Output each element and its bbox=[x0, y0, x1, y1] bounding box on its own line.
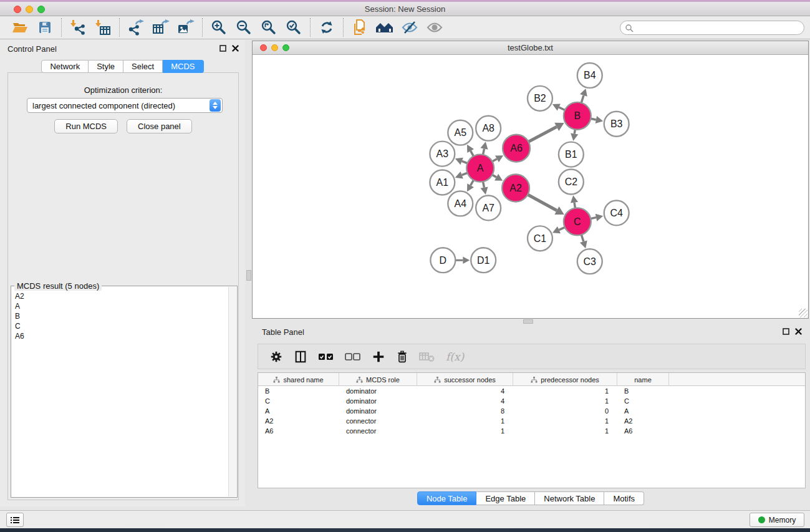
mcds-result-item[interactable]: A bbox=[12, 301, 228, 311]
table-header: shared nameMCDS rolesuccessor nodesprede… bbox=[258, 373, 805, 386]
edge-arrow-B-B1 bbox=[571, 133, 578, 141]
table-row[interactable]: A6connector11A6 bbox=[258, 426, 805, 436]
function-builder-icon[interactable]: f(x) bbox=[446, 351, 464, 363]
table-cell: A bbox=[617, 406, 669, 416]
node-label-D1: D1 bbox=[477, 255, 490, 266]
tab-mcds[interactable]: MCDS bbox=[163, 60, 203, 73]
tab-style[interactable]: Style bbox=[89, 60, 123, 73]
zoom-selected-icon[interactable] bbox=[281, 17, 306, 37]
tab-node-table[interactable]: Node Table bbox=[417, 491, 477, 505]
float-table-panel-icon[interactable] bbox=[783, 328, 789, 335]
control-panel: Control Panel NetworkStyleSelectMCDS Opt… bbox=[0, 40, 245, 506]
save-session-icon[interactable] bbox=[32, 17, 57, 37]
node-label-C3: C3 bbox=[584, 256, 597, 267]
table-cell: A6 bbox=[617, 426, 669, 436]
table-row[interactable]: A2connector11A2 bbox=[258, 416, 805, 426]
node-label-C2: C2 bbox=[565, 177, 578, 187]
search-input[interactable] bbox=[620, 21, 804, 35]
network-canvas[interactable]: B4B2BB3A8A5A6A3B1AA1C2A2A4A7C4CC1DD1C3 bbox=[253, 56, 808, 318]
mcds-result-item[interactable]: A2 bbox=[12, 291, 228, 301]
column-header-successor-nodes[interactable]: successor nodes bbox=[417, 373, 513, 386]
float-panel-icon[interactable] bbox=[219, 45, 226, 52]
export-table-icon[interactable] bbox=[148, 17, 173, 37]
close-panel-icon[interactable] bbox=[232, 45, 239, 52]
table-cell: 4 bbox=[417, 396, 513, 406]
tab-edge-table[interactable]: Edge Table bbox=[476, 491, 535, 505]
open-file-icon[interactable] bbox=[7, 17, 32, 37]
run-mcds-button[interactable]: Run MCDS bbox=[54, 119, 118, 133]
import-table-icon[interactable] bbox=[90, 17, 115, 37]
close-table-panel-icon[interactable] bbox=[795, 328, 802, 335]
edge-arrow-A-A8 bbox=[480, 142, 488, 150]
node-label-A6: A6 bbox=[510, 143, 523, 153]
table-row[interactable]: Bdominator41B bbox=[258, 386, 805, 396]
node-label-B1: B1 bbox=[565, 149, 577, 160]
column-header-shared-name[interactable]: shared name bbox=[258, 373, 339, 386]
control-panel-header: Control Panel bbox=[0, 40, 245, 57]
node-label-A: A bbox=[477, 163, 484, 173]
zoom-out-icon[interactable] bbox=[231, 17, 256, 37]
node-label-A3: A3 bbox=[436, 148, 449, 159]
table-cell: A6 bbox=[258, 426, 339, 436]
show-all-icon[interactable] bbox=[422, 17, 447, 37]
select-all-icon[interactable] bbox=[318, 352, 334, 362]
export-network-icon[interactable] bbox=[123, 17, 148, 37]
node-label-C1: C1 bbox=[534, 233, 547, 244]
table-panel-header: Table Panel bbox=[256, 323, 806, 341]
zoom-fit-icon[interactable] bbox=[256, 17, 281, 37]
column-header-predecessor-nodes[interactable]: predecessor nodes bbox=[513, 373, 617, 386]
import-network-icon[interactable] bbox=[65, 17, 90, 37]
close-panel-button[interactable]: Close panel bbox=[127, 119, 192, 133]
refresh-icon[interactable] bbox=[314, 17, 339, 37]
node-label-A2: A2 bbox=[509, 183, 522, 193]
first-neighbors-icon[interactable] bbox=[372, 17, 397, 37]
edge-arrow-C-C2 bbox=[571, 195, 578, 203]
search-field[interactable] bbox=[634, 22, 804, 34]
delete-table-icon[interactable] bbox=[419, 351, 435, 362]
export-image-icon[interactable] bbox=[173, 17, 198, 37]
window-resize-grip[interactable] bbox=[799, 309, 808, 317]
show-column-icon[interactable] bbox=[294, 350, 307, 364]
hide-selected-icon[interactable] bbox=[397, 17, 422, 37]
optimization-criterion-select[interactable]: largest connected component (directed) bbox=[27, 98, 223, 113]
column-header-name[interactable]: name bbox=[617, 373, 669, 386]
table-cell: dominator bbox=[339, 396, 417, 406]
memory-button[interactable]: Memory bbox=[750, 513, 804, 527]
toolbar-separator bbox=[202, 18, 203, 37]
add-column-icon[interactable] bbox=[372, 350, 385, 364]
network-graph: B4B2BB3A8A5A6A3B1AA1C2A2A4A7C4CC1DD1C3 bbox=[253, 56, 808, 318]
mcds-result-item[interactable]: C bbox=[12, 321, 228, 331]
table-options-icon[interactable] bbox=[269, 350, 283, 364]
node-label-A8: A8 bbox=[482, 123, 494, 133]
tab-network[interactable]: Network bbox=[41, 60, 89, 73]
unselect-all-icon[interactable] bbox=[345, 352, 361, 362]
mcds-result-list: A2ABCA6 bbox=[12, 291, 228, 496]
mcds-result-item[interactable]: A6 bbox=[12, 331, 228, 341]
node-label-B4: B4 bbox=[584, 70, 596, 80]
tab-network-table[interactable]: Network Table bbox=[535, 491, 604, 505]
table-row[interactable]: Adominator80A bbox=[258, 406, 805, 416]
column-header-MCDS-role[interactable]: MCDS role bbox=[339, 373, 417, 386]
delete-column-icon[interactable] bbox=[396, 350, 408, 364]
tab-select[interactable]: Select bbox=[123, 60, 163, 73]
result-scrollbar[interactable] bbox=[228, 287, 236, 496]
status-bar: Memory bbox=[0, 510, 810, 528]
zoom-in-icon[interactable] bbox=[206, 17, 231, 37]
edge-arrow-C-C4 bbox=[595, 214, 604, 221]
table-row[interactable]: Cdominator41C bbox=[258, 396, 805, 406]
edge-arrow-B-B4 bbox=[580, 89, 587, 97]
select-stepper-icon bbox=[210, 99, 221, 112]
mcds-tab-content: Optimization criterion: largest connecte… bbox=[7, 72, 239, 500]
node-label-D: D bbox=[440, 255, 447, 266]
toolbar-separator bbox=[343, 18, 344, 37]
mcds-result-item[interactable]: B bbox=[12, 311, 228, 321]
table-cell: 0 bbox=[513, 406, 617, 416]
clone-network-icon[interactable] bbox=[347, 17, 372, 37]
table-cell: connector bbox=[339, 416, 417, 426]
network-view-window: testGlobe.txt B4B2BB3A8A5A6A3B1AA1C2A2A4… bbox=[252, 41, 809, 319]
vertical-splitter-grip[interactable] bbox=[246, 270, 251, 281]
task-history-button[interactable] bbox=[6, 513, 24, 527]
table-cell: A2 bbox=[617, 416, 669, 426]
table-cell: connector bbox=[339, 426, 417, 436]
tab-motifs[interactable]: Motifs bbox=[604, 491, 644, 505]
